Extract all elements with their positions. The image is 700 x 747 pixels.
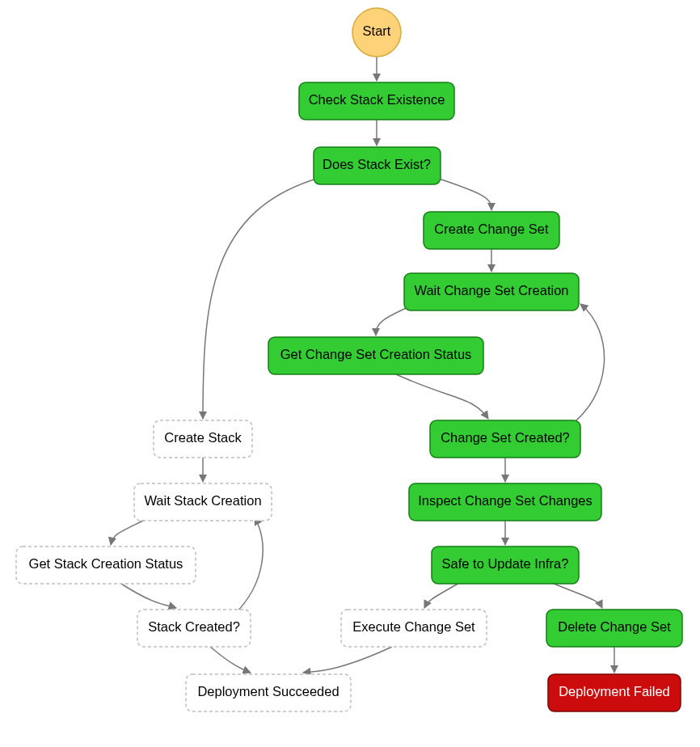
inspect-changes-label: Inspect Change Set Changes bbox=[418, 493, 592, 508]
delete-change-set-label: Delete Change Set bbox=[558, 619, 671, 634]
does-stack-exist-label: Does Stack Exist? bbox=[323, 157, 431, 171]
stack-created-node: Stack Created? bbox=[137, 610, 251, 647]
check-stack-node: Check Stack Existence bbox=[299, 82, 454, 120]
safe-to-update-node: Safe to Update Infra? bbox=[432, 547, 579, 584]
check-stack-label: Check Stack Existence bbox=[309, 92, 445, 107]
create-change-set-label: Create Change Set bbox=[434, 222, 549, 236]
deployment-succeeded-node: Deployment Succeeded bbox=[186, 674, 351, 711]
deployment-failed-label: Deployment Failed bbox=[559, 684, 670, 698]
get-stack-status-node: Get Stack Creation Status bbox=[16, 547, 196, 584]
get-change-set-status-node: Get Change Set Creation Status bbox=[268, 337, 483, 374]
get-change-set-status-label: Get Change Set Creation Status bbox=[280, 347, 472, 361]
execute-change-set-node: Execute Change Set bbox=[341, 610, 487, 647]
start-node: Start bbox=[352, 8, 401, 57]
change-set-created-node: Change Set Created? bbox=[430, 420, 580, 458]
create-stack-label: Create Stack bbox=[164, 430, 242, 445]
flowchart-canvas: Start Check Stack Existence Does Stack E… bbox=[0, 0, 700, 747]
wait-stack-creation-node: Wait Stack Creation bbox=[134, 483, 272, 521]
wait-stack-creation-label: Wait Stack Creation bbox=[144, 493, 261, 508]
delete-change-set-node: Delete Change Set bbox=[546, 610, 682, 647]
inspect-changes-node: Inspect Change Set Changes bbox=[409, 483, 601, 521]
deployment-failed-node: Deployment Failed bbox=[548, 674, 681, 711]
deployment-succeeded-label: Deployment Succeeded bbox=[197, 684, 339, 698]
wait-change-set-label: Wait Change Set Creation bbox=[414, 283, 568, 298]
start-label: Start bbox=[363, 23, 391, 38]
stack-created-label: Stack Created? bbox=[148, 619, 240, 634]
get-stack-status-label: Get Stack Creation Status bbox=[29, 556, 183, 571]
create-stack-node: Create Stack bbox=[154, 420, 252, 458]
does-stack-exist-node: Does Stack Exist? bbox=[314, 147, 441, 184]
create-change-set-node: Create Change Set bbox=[424, 212, 559, 249]
change-set-created-label: Change Set Created? bbox=[441, 430, 570, 445]
wait-change-set-node: Wait Change Set Creation bbox=[404, 273, 579, 310]
execute-change-set-label: Execute Change Set bbox=[352, 619, 475, 634]
safe-to-update-label: Safe to Update Infra? bbox=[442, 556, 569, 571]
